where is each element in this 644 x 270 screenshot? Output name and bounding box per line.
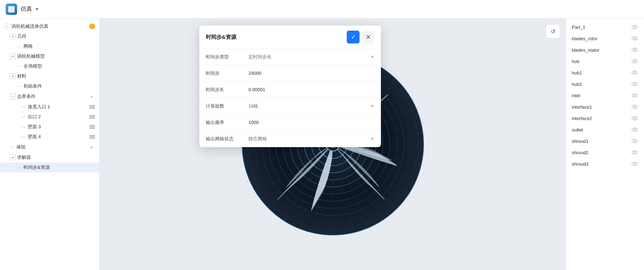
top-bar: 仿真 ▼: [0, 0, 644, 19]
form-row-time-step: 时间步 24000: [199, 65, 381, 82]
toggle-geometry[interactable]: +: [10, 33, 16, 39]
form-row-time-step-length: 时间步长 0.00001: [199, 82, 381, 98]
eye-icon-hub[interactable]: [631, 58, 638, 65]
label-output-mesh-state: 输出网格状态: [206, 136, 248, 142]
sidebar-item-geometry[interactable]: + 几何: [0, 31, 99, 41]
menu-velocity-inlet[interactable]: [89, 105, 95, 109]
sidebar-item-global-model[interactable]: 全局模型: [0, 61, 99, 71]
label-wall-4: 壁面 4: [28, 134, 89, 140]
modal-cancel-button[interactable]: ✕: [362, 31, 375, 43]
eye-icon-shroud1[interactable]: [631, 137, 638, 145]
chevron-down-icon-compute-cores: ▼: [370, 104, 375, 109]
eye-icon-shroud2[interactable]: [631, 149, 638, 156]
menu-wall-4[interactable]: [89, 135, 95, 139]
label-velocity-inlet: 速度入口 1: [28, 104, 89, 110]
toggle-turbomachinery-model[interactable]: +: [10, 53, 16, 59]
right-panel-item-hub: hub: [566, 56, 644, 67]
label-wall-3: 壁面 3: [28, 124, 89, 130]
app-logo: [6, 4, 17, 15]
select-compute-cores[interactable]: 16核 ▼: [248, 103, 375, 109]
sidebar-item-wall-4[interactable]: 壁面 4: [0, 132, 99, 142]
right-panel-item-shroud2: shroud2: [566, 147, 644, 158]
sidebar-item-boundary-condition[interactable]: − 边界条件 +: [0, 91, 99, 102]
close-icon: ✕: [366, 33, 371, 41]
form-row-time-step-type: 时间步类型 定时间步长 ▼: [199, 49, 381, 65]
right-panel-item-blades_stator: blades_stator: [566, 44, 644, 56]
svg-point-38: [634, 83, 636, 85]
label-material: 材料: [17, 73, 95, 79]
form-row-compute-cores: 计算核数 16核 ▼: [199, 98, 381, 114]
right-panel-item-interface2: interface2: [566, 113, 644, 124]
sidebar-item-velocity-inlet[interactable]: 速度入口 1: [0, 102, 99, 112]
sidebar-item-outlet-2[interactable]: 出口 2: [0, 112, 99, 122]
right-panel-item-inlet: inlet: [566, 90, 644, 101]
label-Part_1: Part_1: [572, 25, 631, 30]
sidebar-item-initial-condition[interactable]: 初始条件: [0, 81, 99, 91]
right-panel-item-blades_rotor: blades_rotor: [566, 33, 644, 44]
modal-confirm-button[interactable]: ✓: [347, 31, 360, 43]
label-outlet-2: 出口 2: [28, 114, 89, 120]
eye-icon-shroud3[interactable]: [631, 160, 638, 167]
value-time-step-length[interactable]: 0.00001: [248, 87, 375, 92]
value-time-step[interactable]: 24000: [248, 71, 375, 76]
label-hub2: hub2: [572, 82, 631, 87]
svg-point-42: [634, 129, 636, 131]
add-boundary-condition[interactable]: +: [88, 93, 95, 100]
sidebar-item-time-step-resources[interactable]: 时间步&资源: [0, 162, 99, 172]
label-output-frequency: 输出频率: [206, 119, 248, 126]
toggle-boundary-condition[interactable]: −: [10, 94, 16, 99]
label-global-model: 全局模型: [23, 63, 95, 69]
right-panel-item-interface1: interface1: [566, 101, 644, 113]
svg-point-44: [634, 152, 636, 154]
label-hub1: hub1: [572, 70, 631, 76]
select-output-mesh-state[interactable]: 静态网格 ▼: [248, 136, 375, 142]
svg-point-45: [634, 163, 636, 165]
label-time-step-type: 时间步类型: [206, 54, 248, 60]
eye-icon-outlet[interactable]: [631, 126, 638, 133]
sidebar-item-turbomachinery-sim[interactable]: − 涡轮机械流体仿真 !: [0, 21, 99, 31]
eye-icon-inlet[interactable]: [631, 92, 638, 99]
value-time-step-type: 定时间步长: [248, 54, 370, 60]
sidebar-item-turbomachinery-model[interactable]: + 涡轮机械模型: [0, 51, 99, 61]
label-turbomachinery-sim: 涡轮机械流体仿真: [11, 23, 88, 30]
label-outlet: outlet: [572, 127, 631, 133]
label-body-group: 体组: [16, 144, 87, 150]
svg-point-39: [634, 95, 636, 97]
checkmark-icon: ✓: [351, 33, 356, 41]
eye-icon-interface1[interactable]: [631, 103, 638, 110]
label-blades_rotor: blades_rotor: [572, 36, 631, 41]
tree-line-velocity-inlet: [21, 107, 26, 107]
label-compute-cores: 计算核数: [206, 103, 248, 109]
app-title: 仿真: [21, 5, 32, 13]
refresh-button[interactable]: ↺: [546, 24, 560, 38]
chevron-down-icon-time-step-type: ▼: [370, 54, 375, 59]
menu-outlet-2[interactable]: [89, 115, 95, 119]
main-layout: − 涡轮机械流体仿真 ! + 几何 网格 + 涡轮机械模型 全局模型 + 材料: [0, 19, 644, 270]
label-shroud2: shroud2: [572, 150, 631, 155]
right-panel-item-shroud3: shroud3: [566, 158, 644, 170]
add-body-group[interactable]: +: [88, 144, 95, 151]
select-time-step-type[interactable]: 定时间步长 ▼: [248, 54, 375, 60]
svg-point-40: [634, 106, 636, 108]
eye-icon-hub2[interactable]: [631, 81, 638, 88]
toggle-material[interactable]: +: [10, 73, 16, 79]
tree-line-wall-4: [21, 137, 26, 137]
sidebar-item-mesh[interactable]: 网格: [0, 41, 99, 51]
eye-icon-blades_rotor[interactable]: [631, 35, 638, 42]
toggle-solver[interactable]: +: [10, 155, 16, 160]
eye-icon-interface2[interactable]: [631, 115, 638, 122]
sidebar-item-body-group[interactable]: 体组 +: [0, 142, 99, 152]
eye-icon-blades_stator[interactable]: [631, 46, 638, 53]
label-initial-condition: 初始条件: [23, 83, 95, 89]
eye-icon-hub1[interactable]: [631, 69, 638, 76]
sidebar-item-wall-3[interactable]: 壁面 3: [0, 122, 99, 132]
sidebar-item-material[interactable]: + 材料: [0, 71, 99, 81]
value-output-frequency[interactable]: 1000: [248, 120, 375, 125]
menu-wall-3[interactable]: [89, 125, 95, 129]
label-geometry: 几何: [17, 33, 95, 40]
eye-icon-Part_1[interactable]: [631, 24, 638, 31]
svg-point-41: [634, 118, 636, 119]
sidebar-item-solver[interactable]: + 求解器: [0, 152, 99, 162]
toggle-turbomachinery-sim[interactable]: −: [4, 24, 10, 29]
right-panel-item-Part_1: Part_1: [566, 21, 644, 33]
